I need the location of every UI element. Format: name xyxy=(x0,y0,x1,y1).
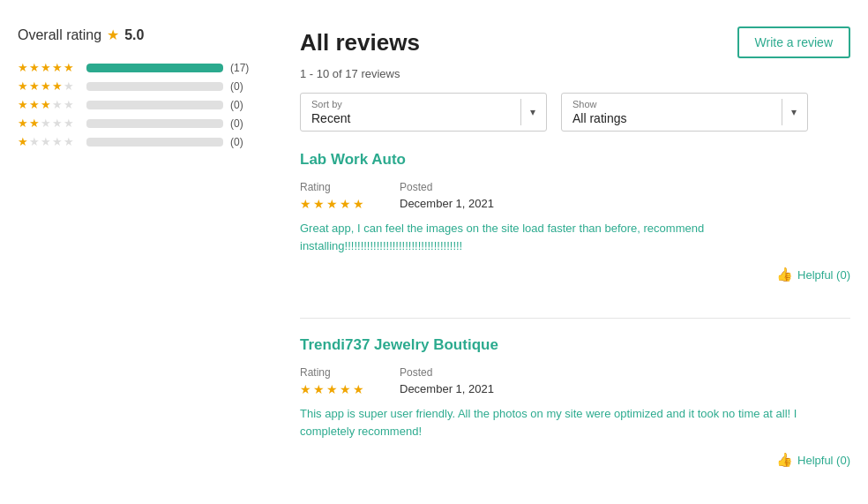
reviews-title: All reviews xyxy=(300,29,420,56)
show-chevron-icon: ▾ xyxy=(791,106,797,118)
reviews-header: All reviews Write a review xyxy=(300,26,850,58)
star-icon: ★ xyxy=(326,197,338,211)
star-icon: ★ xyxy=(353,197,364,211)
rating-bar-row: ★★★★★(0) xyxy=(18,117,273,130)
rating-bar-row: ★★★★★(17) xyxy=(18,61,273,74)
star-icon: ★ xyxy=(29,98,40,111)
star-icon: ★ xyxy=(52,98,63,111)
rating-bar-row: ★★★★★(0) xyxy=(18,98,273,111)
bar-count: (0) xyxy=(230,117,252,130)
show-value: All ratings xyxy=(572,111,773,125)
star-icon: ★ xyxy=(340,197,351,211)
bar-track xyxy=(86,64,223,72)
sort-by-value: Recent xyxy=(311,111,512,125)
review-date: December 1, 2021 xyxy=(400,197,494,210)
star-icon: ★ xyxy=(29,79,40,93)
star-icon: ★ xyxy=(29,61,40,74)
review-text: Great app, I can feel the images on the … xyxy=(300,220,838,254)
review-rating-col: Rating★★★★★ xyxy=(300,366,364,396)
rating-bar-row: ★★★★★(0) xyxy=(18,135,273,148)
review-stars: ★★★★★ xyxy=(300,382,364,396)
write-review-button[interactable]: Write a review xyxy=(737,26,850,58)
helpful-label: Helpful (0) xyxy=(797,268,850,282)
star-icon: ★ xyxy=(52,117,63,130)
rating-stars: ★★★★★ xyxy=(18,98,79,111)
star-icon: ★ xyxy=(64,61,74,74)
rating-stars: ★★★★★ xyxy=(18,79,79,93)
thumbs-up-icon: 👍 xyxy=(776,452,793,468)
helpful-row: 👍Helpful (0) xyxy=(300,267,850,282)
review-stars: ★★★★★ xyxy=(300,197,364,211)
star-icon: ★ xyxy=(313,382,325,396)
show-filter[interactable]: Show All ratings ▾ xyxy=(561,93,808,132)
star-icon: ★ xyxy=(326,382,338,396)
star-icon: ★ xyxy=(41,117,51,130)
review-meta: Rating★★★★★PostedDecember 1, 2021 xyxy=(300,366,850,396)
overall-star-icon: ★ xyxy=(107,26,119,43)
star-icon: ★ xyxy=(41,79,51,93)
bar-track xyxy=(86,138,223,147)
star-icon: ★ xyxy=(300,197,311,211)
show-inner: Show All ratings xyxy=(572,99,773,125)
star-icon: ★ xyxy=(41,98,51,111)
rating-bars: ★★★★★(17)★★★★★(0)★★★★★(0)★★★★★(0)★★★★★(0… xyxy=(18,61,273,148)
star-icon: ★ xyxy=(18,117,28,130)
star-icon: ★ xyxy=(18,79,28,93)
thumbs-up-icon: 👍 xyxy=(776,267,793,282)
star-icon: ★ xyxy=(353,382,364,396)
rating-stars: ★★★★★ xyxy=(18,135,79,148)
reviews-count: 1 - 10 of 17 reviews xyxy=(300,67,850,80)
overall-score: 5.0 xyxy=(124,27,144,43)
overall-rating-label: Overall rating xyxy=(18,27,101,43)
sort-by-filter[interactable]: Sort by Recent ▾ xyxy=(300,93,547,132)
sort-divider xyxy=(520,99,521,125)
helpful-label: Helpful (0) xyxy=(797,454,850,467)
star-icon: ★ xyxy=(41,61,51,74)
posted-label: Posted xyxy=(400,366,494,379)
bar-count: (0) xyxy=(230,99,252,111)
review-card: Lab Work AutoRating★★★★★PostedDecember 1… xyxy=(300,151,850,300)
helpful-button[interactable]: 👍Helpful (0) xyxy=(776,452,850,468)
star-icon: ★ xyxy=(300,382,311,396)
reviews-list: Lab Work AutoRating★★★★★PostedDecember 1… xyxy=(300,151,850,485)
bar-track xyxy=(86,119,223,128)
review-date: December 1, 2021 xyxy=(400,382,494,395)
star-icon: ★ xyxy=(52,79,63,93)
review-posted-col: PostedDecember 1, 2021 xyxy=(400,181,494,211)
star-icon: ★ xyxy=(313,197,325,211)
rating-stars: ★★★★★ xyxy=(18,61,79,74)
star-icon: ★ xyxy=(340,382,351,396)
bar-count: (0) xyxy=(230,136,252,148)
posted-label: Posted xyxy=(400,181,494,193)
review-text: This app is super user friendly. All the… xyxy=(300,405,838,440)
rating-bar-row: ★★★★★(0) xyxy=(18,79,273,93)
reviewer-name: Trendi737 Jewelry Boutique xyxy=(300,336,850,354)
star-icon: ★ xyxy=(52,135,63,148)
helpful-row: 👍Helpful (0) xyxy=(300,452,850,468)
star-icon: ★ xyxy=(41,135,51,148)
review-card: Trendi737 Jewelry BoutiqueRating★★★★★Pos… xyxy=(300,318,850,485)
reviewer-name: Lab Work Auto xyxy=(300,151,850,169)
rating-label: Rating xyxy=(300,181,364,193)
show-label: Show xyxy=(572,99,773,109)
overall-rating-header: Overall rating ★ 5.0 xyxy=(18,26,273,43)
helpful-button[interactable]: 👍Helpful (0) xyxy=(776,267,850,282)
rating-label: Rating xyxy=(300,366,364,379)
star-icon: ★ xyxy=(64,79,74,93)
bar-count: (0) xyxy=(230,80,252,93)
star-icon: ★ xyxy=(64,117,74,130)
sort-by-label: Sort by xyxy=(311,99,512,109)
star-icon: ★ xyxy=(64,135,74,148)
review-rating-col: Rating★★★★★ xyxy=(300,181,364,211)
overall-rating-panel: Overall rating ★ 5.0 ★★★★★(17)★★★★★(0)★★… xyxy=(18,18,273,503)
rating-stars: ★★★★★ xyxy=(18,117,79,130)
star-icon: ★ xyxy=(18,61,28,74)
filters-row: Sort by Recent ▾ Show All ratings ▾ xyxy=(300,93,850,132)
star-icon: ★ xyxy=(64,98,74,111)
sort-chevron-icon: ▾ xyxy=(530,106,535,118)
bar-track xyxy=(86,101,223,109)
star-icon: ★ xyxy=(29,117,40,130)
sort-by-inner: Sort by Recent xyxy=(311,99,512,125)
star-icon: ★ xyxy=(18,98,28,111)
review-posted-col: PostedDecember 1, 2021 xyxy=(400,366,494,396)
